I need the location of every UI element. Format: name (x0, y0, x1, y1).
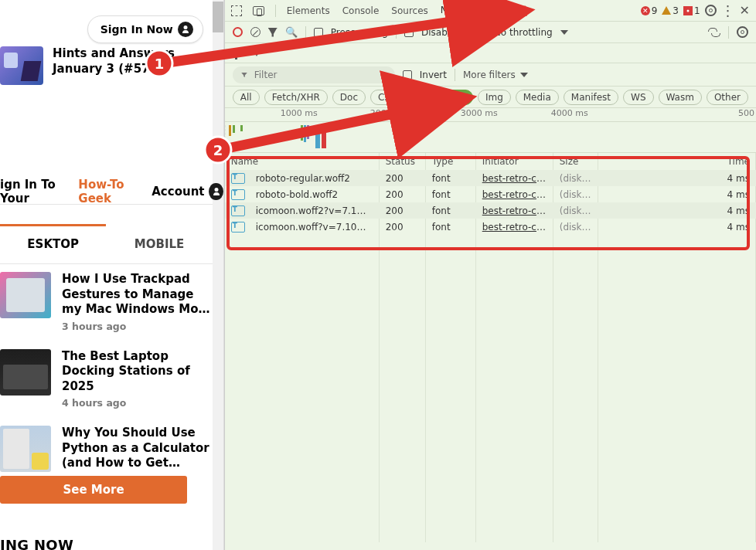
disable-cache-checkbox[interactable] (404, 28, 414, 37)
filter-input[interactable]: Filter (233, 66, 395, 83)
filter-placeholder: Filter (254, 70, 278, 80)
timeline-overview[interactable]: 1000 ms 2000 ms 3000 ms 4000 ms 500 (225, 108, 756, 153)
user-avatar-icon (178, 22, 193, 37)
table-header[interactable]: NameStatusTypeInitiatorSizeTime (225, 153, 756, 170)
website-pane: Sign In Now Hints and Answers January 3 … (0, 0, 224, 550)
close-icon[interactable]: ✕ (740, 3, 750, 18)
chip-manifest[interactable]: Manifest (564, 90, 618, 105)
article-title: The Best Laptop Docking Stations of 2025 (62, 349, 213, 395)
tab-sources[interactable]: Sources (391, 5, 427, 16)
throttling-select[interactable]: No throttling (494, 27, 553, 38)
chevron-down-icon[interactable] (560, 30, 568, 35)
invert-checkbox[interactable] (403, 70, 412, 80)
type-filter-chips: All Fetch/XHR Doc CSS JS Font Img Media … (225, 87, 756, 108)
issue-badge[interactable]: 1 (683, 5, 700, 16)
platform-tabs: ESKTOP MOBILE (0, 224, 213, 264)
error-badge[interactable]: ✕9 (641, 5, 658, 16)
article-item[interactable]: How I Use Trackpad Gestures to Manage my… (0, 266, 213, 343)
article-thumbnail (0, 349, 51, 396)
table-row[interactable]: roboto-regular.woff2 200font best-retro-… (225, 170, 756, 186)
warning-badge[interactable]: 3 (662, 5, 679, 16)
chip-ws[interactable]: WS (623, 90, 653, 105)
export-har-icon[interactable] (233, 49, 240, 56)
chip-fetch[interactable]: Fetch/XHR (264, 90, 328, 105)
tab-elements[interactable]: Elements (287, 5, 330, 16)
article-timestamp: 3 hours ago (62, 321, 213, 332)
user-avatar-icon (209, 183, 223, 200)
invert-label: Invert (420, 70, 447, 80)
table-body: roboto-regular.woff2 200font best-retro-… (225, 170, 756, 235)
network-table: NameStatusTypeInitiatorSizeTime roboto-r… (225, 153, 756, 542)
tab-desktop[interactable]: ESKTOP (0, 224, 106, 263)
file-icon (231, 205, 245, 216)
gear-icon[interactable] (705, 5, 717, 16)
devtools-tabbar: Elements Console Sources Network » ✕9 3 … (225, 0, 756, 22)
network-controls: 🔍 Preserve log Disable cache No throttli… (225, 22, 756, 43)
more-filters-button[interactable]: More filters (463, 70, 528, 80)
table-row[interactable]: icomoon.woff2?v=7.10.31 200font best-ret… (225, 202, 756, 219)
preserve-log-checkbox[interactable] (314, 28, 323, 37)
table-row[interactable]: roboto-bold.woff2 200font best-retro-con… (225, 186, 756, 202)
chip-media[interactable]: Media (516, 90, 559, 105)
file-icon (231, 222, 245, 233)
record-icon[interactable] (233, 27, 243, 37)
divider (0, 204, 213, 205)
chip-other[interactable]: Other (707, 90, 748, 105)
chip-js[interactable]: JS (409, 90, 433, 105)
chip-doc[interactable]: Doc (332, 90, 366, 105)
see-more-button[interactable]: See More (0, 476, 187, 504)
article-title: Why You Should Use Python as a Calculato… (62, 426, 213, 471)
search-icon[interactable]: 🔍 (285, 26, 298, 38)
chip-all[interactable]: All (233, 90, 260, 105)
trending-heading: ING NOW (0, 537, 73, 550)
initiator-link[interactable]: best-retro-console (476, 222, 553, 233)
tab-network[interactable]: Network (441, 5, 479, 21)
tab-console[interactable]: Console (342, 5, 380, 16)
gear-icon[interactable] (737, 26, 748, 38)
device-toggle-icon[interactable] (253, 6, 264, 15)
file-icon (231, 173, 245, 184)
clear-icon[interactable] (250, 27, 261, 37)
sign-in-now-button[interactable]: Sign In Now (87, 15, 203, 43)
article-item[interactable]: The Best Laptop Docking Stations of 2025… (0, 343, 213, 420)
sign-in-prompt[interactable]: ign In To Your How-To Geek Account (0, 178, 223, 205)
article-thumbnail (0, 426, 51, 472)
filter-toggle-icon[interactable] (268, 28, 278, 37)
chip-img[interactable]: Img (478, 90, 511, 105)
inspect-element-icon[interactable] (231, 5, 242, 16)
import-har-icon[interactable] (253, 49, 261, 56)
chip-wasm[interactable]: Wasm (659, 90, 702, 105)
initiator-link[interactable]: best-retro-console (476, 189, 553, 200)
article-title: How I Use Trackpad Gestures to Manage my… (62, 272, 213, 317)
feature-thumbnail (0, 46, 43, 85)
article-timestamp: 4 hours ago (62, 397, 213, 409)
more-tabs-icon[interactable]: » (490, 5, 496, 16)
devtools-pane: Elements Console Sources Network » ✕9 3 … (224, 0, 756, 550)
feature-article[interactable]: Hints and Answers January 3 (#572) (0, 46, 175, 85)
more-menu-icon[interactable]: ⋮ (721, 4, 735, 18)
disable-cache-label: Disable cache (421, 27, 486, 38)
chip-css[interactable]: CSS (370, 90, 404, 105)
vertical-scrollbar[interactable] (213, 0, 223, 550)
filter-bar: Filter Invert More filters (225, 63, 756, 87)
article-list: How I Use Trackpad Gestures to Manage my… (0, 266, 213, 497)
tab-mobile[interactable]: MOBILE (106, 224, 212, 263)
article-thumbnail (0, 272, 51, 318)
feature-title: Hints and Answers January 3 (#572) (53, 46, 175, 85)
chip-font[interactable]: Font (438, 90, 473, 105)
initiator-link[interactable]: best-retro-console (476, 173, 553, 184)
import-export-bar (225, 43, 756, 63)
initiator-link[interactable]: best-retro-console (476, 205, 553, 216)
file-icon (231, 189, 245, 200)
sign-in-now-label: Sign In Now (100, 23, 173, 36)
preserve-log-label: Preserve log (331, 27, 388, 38)
network-conditions-icon[interactable] (708, 28, 720, 37)
brand-name: How-To Geek (78, 178, 147, 205)
table-row[interactable]: icomoon.woff?v=7.10.31 200font best-retr… (225, 219, 756, 235)
